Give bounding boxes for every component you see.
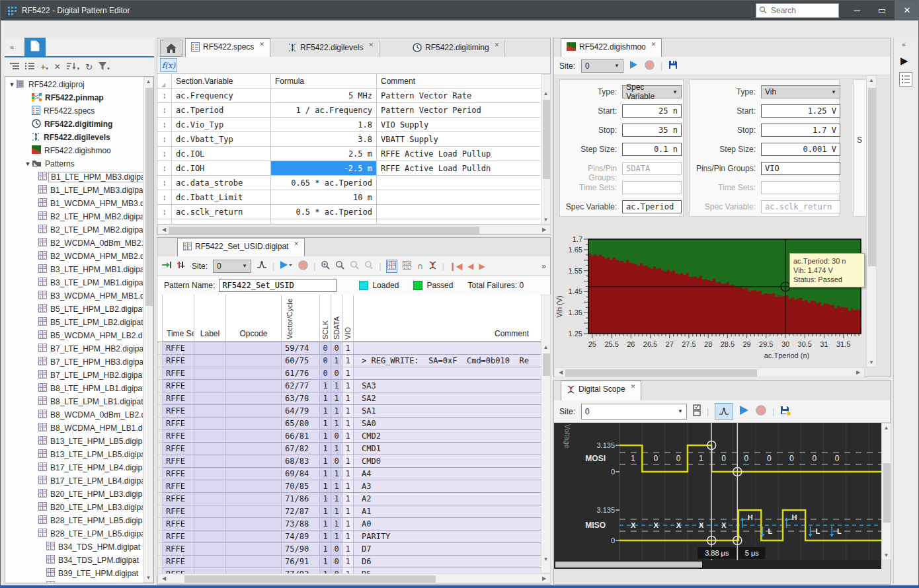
close-tab-icon[interactable]: ✕ [259,41,264,48]
tree-item[interactable]: 0H1LB1_LTE_HPM_MB3.digipat [5,170,143,184]
delete-icon[interactable]: ✕ [54,62,61,71]
cell-comment[interactable]: A1 [354,505,541,518]
new-document-tab[interactable] [24,38,46,56]
cell-comment[interactable] [377,176,540,190]
cell-opcode[interactable] [226,405,282,418]
cell-sclk[interactable]: 1 [320,392,331,405]
cell-timeset[interactable]: RFFE [163,430,194,443]
cell-label[interactable] [194,430,226,443]
goto-first-icon[interactable] [161,260,172,272]
cell-label[interactable] [194,405,226,418]
cell-vio[interactable]: 1 [342,493,354,505]
cell-timeset[interactable]: RFFE [163,493,194,505]
cell-vio[interactable]: 1 [342,556,354,568]
specs-hscrollbar[interactable]: ◀ ▶ [157,225,551,235]
tab-specs[interactable]: RF5422.specs✕ [185,38,270,57]
zoom-out-icon[interactable] [350,260,359,272]
cell-vio[interactable]: 1 [342,468,354,480]
pattern-row[interactable]: RFFE77/92101D5 [157,568,541,573]
cell-sdata[interactable]: 1 [331,392,342,405]
pattern-row[interactable]: RFFE70/85111A3 [157,480,541,493]
cell-label[interactable] [194,568,226,573]
table-row[interactable]: ↕ac.Frequency5 MHzPattern Vector Rate [157,89,541,103]
cell-comment[interactable]: SA3 [354,380,541,392]
cell-vector[interactable]: 76/91 [282,556,320,568]
cell-timeset[interactable]: RFFE [163,468,194,480]
cell-variable[interactable]: ac.Tperiod [172,103,271,118]
tree-item[interactable]: 0H1LB3_WCDMA_HPM_MB1.d... [5,289,143,303]
cell-opcode[interactable] [226,543,282,556]
field-input[interactable]: VIO [761,162,840,175]
pattern-row[interactable]: RFFE64/79111SA1 [157,405,541,418]
tree-item[interactable]: 0H1LB2_WCDMA_0dBm_MB2.... [5,237,143,250]
row-handle[interactable]: ↕ [157,147,172,161]
cell-sdata[interactable]: 1 [331,505,342,518]
tree-item[interactable]: 0H1LB2_LTE_LPM_MB2.digipat [5,223,143,237]
tree-item[interactable]: 0H1LB28_LTE_LPM_LB5.digipat [5,527,143,540]
cell-vio[interactable]: 1 [342,568,354,573]
pattern-row[interactable]: RFFE74/89111PARITY [157,531,541,543]
cell-label[interactable] [194,392,226,405]
pattern-row[interactable]: RFFE61/76001 [157,367,541,380]
tree-item[interactable]: 0H1LB8_LTE_HPM_LB1.digipat [5,382,143,395]
tree-item[interactable]: 0H1LB13_LTE_LPM_LB5.digipat [5,448,143,461]
row-handle[interactable]: ↕ [157,132,172,147]
cell-vio[interactable]: 1 [342,531,354,543]
cell-sdata[interactable]: 1 [331,380,342,392]
cell-timeset[interactable]: RFFE [163,531,194,543]
cell-sdata[interactable]: 1 [331,443,342,455]
tree-item[interactable]: 0H1LB1_LTE_LPM_MB3.digipat [5,184,143,197]
cell-sclk[interactable]: 1 [320,380,331,392]
cell-comment[interactable]: SA0 [354,418,541,430]
row-handle[interactable]: ↕ [157,190,172,205]
cell-sdata[interactable]: 1 [331,355,342,367]
next-failure-icon[interactable]: ▶ [479,262,485,271]
cell-sdata[interactable]: 0 [331,342,342,355]
cell-sdata[interactable]: 1 [331,493,342,505]
cell-opcode[interactable] [226,430,282,443]
cell-vector[interactable]: 74/89 [282,531,320,543]
cell-sdata[interactable]: 1 [331,480,342,493]
pattern-row[interactable]: RFFE68/83101CMD0 [157,455,541,468]
cell-comment[interactable]: SA1 [354,405,541,418]
cell-vector[interactable]: 66/81 [282,430,320,443]
minimize-button[interactable]: ─ [844,1,869,20]
cell-opcode[interactable] [226,355,282,367]
scope-vscrollbar[interactable]: ▲ ▼ [881,423,891,560]
cell-comment[interactable]: RFFE Active Load Pulldn [377,161,540,176]
specs-vscrollbar[interactable]: ▲ ▼ [541,74,551,225]
tree-item[interactable]: RF5422.digitiming [5,118,143,131]
strobe-icon[interactable] [428,260,437,272]
pattern-hscrollbar[interactable]: ◀ ▶ [157,573,551,584]
table-row[interactable]: ↕dc.Vio_Typ1.8VIO Supply [157,118,541,132]
tree-item[interactable]: 0H1LB2_WCDMA_HPM_MB2.d... [5,250,143,263]
pattern-vscrollbar[interactable]: ▲ ▼ [541,295,551,573]
row-handle[interactable]: ↕ [157,103,172,118]
cell-opcode[interactable] [226,505,282,518]
cell-timeset[interactable]: RFFE [163,455,194,468]
cell-sdata[interactable]: 1 [331,468,342,480]
cell-vector[interactable]: 65/80 [282,418,320,430]
cell-comment[interactable]: D5 [354,568,541,573]
cell-sdata[interactable]: 0 [331,455,342,468]
cell-label[interactable] [194,480,226,493]
cell-variable[interactable]: dc.IOH [172,161,271,176]
zoom-selection-icon[interactable] [364,260,374,272]
cell-timeset[interactable]: RFFE [163,342,194,355]
cell-formula[interactable]: 1 / ac.Frequency [271,103,377,118]
cell-opcode[interactable] [226,418,282,430]
pattern-row[interactable]: RFFE69/84111A4 [157,468,541,480]
cell-sdata[interactable]: 1 [331,405,342,418]
cell-vector[interactable]: 63/78 [282,392,320,405]
cell-sclk[interactable]: 1 [320,468,331,480]
expander-icon[interactable]: ▼ [24,161,32,167]
close-tab-icon[interactable]: ✕ [495,42,500,48]
tree-item[interactable]: 0H1LB2_LTE_HPM_MB2.digipat [5,210,143,223]
pattern-row[interactable]: RFFE76/91101D6 [157,556,541,568]
collapse-right-icon[interactable]: « [902,40,906,48]
field-input[interactable]: 25 n [622,104,682,118]
tree-item[interactable]: 0H1LB17_LTE_LPM_LB4.digipat [5,474,143,488]
cell-timeset[interactable]: RFFE [163,367,194,380]
tree-item[interactable]: 0H1LB20_LTE_LPM_LB3.digipat [5,501,143,514]
cell-comment[interactable]: > REG_WRITE: SA=0xF Cmd=0b010 Re [354,355,541,367]
